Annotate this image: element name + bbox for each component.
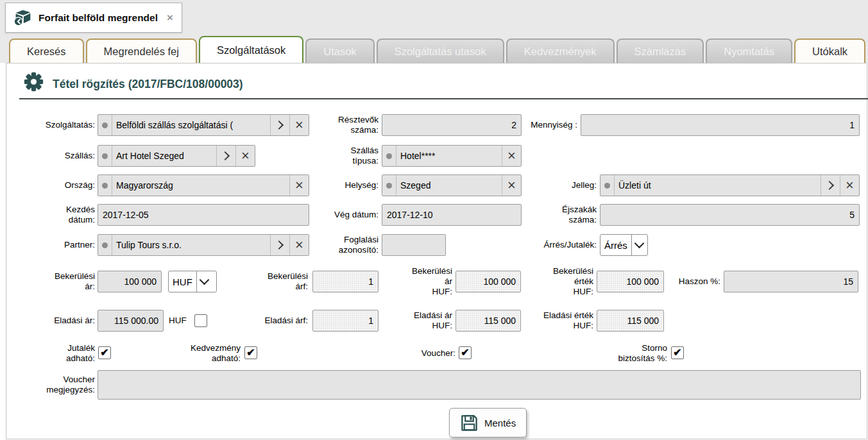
close-icon[interactable]: × xyxy=(167,12,173,23)
window-tab[interactable]: Forfait belföld megrendel × xyxy=(5,3,182,33)
package-icon xyxy=(13,8,33,28)
kedvezmeny-adhato-label: Kedvezmény adható: xyxy=(157,342,241,365)
szolgaltatas-lookup-button[interactable] xyxy=(270,115,289,135)
eladasi-ar-huf-field: 115 000 xyxy=(455,310,521,332)
eladasi-ar-huf-label: Eladási ár HUF: xyxy=(385,310,452,332)
ejszakak-szama-field[interactable]: 5 xyxy=(600,204,860,226)
voucher-megjegyzes-label: Voucher megjegyzés: xyxy=(13,370,95,400)
haszon-field[interactable]: 15 xyxy=(724,271,858,292)
partner-combo[interactable]: Tulip Tours s.r.o. xyxy=(98,234,309,256)
bekerulesi-ertek-huf-label: Bekerülési érték HUF: xyxy=(527,267,593,296)
eladasi-ertek-huf-label: Eladási érték HUF: xyxy=(523,310,593,332)
tab-utokalk[interactable]: Utókalk xyxy=(794,38,865,63)
tab-megrendeles-fej[interactable]: Megrendelés fej xyxy=(86,38,197,63)
foglalasi-azonosito-label: Foglalási azonosító: xyxy=(307,234,379,256)
szolgaltatas-value: Belföldi szállás szolgáltatási ( xyxy=(112,115,270,135)
szallas-tipusa-combo: Hotel**** xyxy=(382,145,522,167)
bekerulesi-currency-value: HUF xyxy=(169,271,196,292)
jelleg-combo[interactable]: Üzleti út xyxy=(600,174,860,196)
mennyiseg-label: Mennyiség : xyxy=(520,114,577,136)
tab-szamlazas: Számlázás xyxy=(617,38,704,63)
szallas-tipusa-label: Szállás típusa: xyxy=(307,145,379,167)
bekerulesi-ar-label: Bekerülési ár: xyxy=(13,271,95,292)
save-button[interactable]: Mentés xyxy=(449,408,527,437)
jutalek-adhato-label: Jutalék adható: xyxy=(13,342,95,365)
tab-szolgaltatas-utasok: Szolgáltatás utasok xyxy=(377,38,504,63)
szolgaltatas-combo[interactable]: Belföldi szállás szolgáltatási ( xyxy=(98,114,309,136)
orszag-clear-button[interactable] xyxy=(289,175,309,196)
partner-label: Partner: xyxy=(13,234,95,256)
haszon-label: Haszon %: xyxy=(664,271,720,292)
orszag-combo: Magyarország xyxy=(98,174,309,196)
tab-nyomtatas: Nyomtatás xyxy=(706,38,792,63)
arres-jutalek-value: Árrés xyxy=(600,235,631,255)
orszag-label: Ország: xyxy=(13,174,95,196)
arres-jutalek-select[interactable]: Árrés xyxy=(600,234,648,256)
veg-datum-field[interactable]: 2017-12-10 xyxy=(382,204,522,226)
jutalek-adhato-checkbox[interactable] xyxy=(98,346,111,359)
jelleg-lookup-button[interactable] xyxy=(821,175,840,196)
tab-bar: Keresés Megrendelés fej Szolgáltatások U… xyxy=(9,36,868,63)
voucher-checkbox[interactable] xyxy=(459,346,472,359)
bekerulesi-ertek-huf-field: 100 000 xyxy=(597,271,664,292)
eladasi-ar-field[interactable]: 115 000.00 xyxy=(98,310,164,332)
kedvezmeny-adhato-checkbox[interactable] xyxy=(244,346,257,359)
arres-jutalek-label: Árrés/Jutalék: xyxy=(510,234,597,256)
mennyiseg-field[interactable]: 1 xyxy=(581,114,860,136)
eladasi-ertek-huf-field: 115 000 xyxy=(597,310,664,332)
chevron-down-icon xyxy=(631,235,647,255)
storno-biztositas-label: Storno biztosítás %: xyxy=(593,342,667,365)
page-title: Tétel rögzítés (2017/FBC/108/00003) xyxy=(53,78,243,91)
bullet-icon xyxy=(98,235,112,255)
bullet-icon xyxy=(98,175,112,196)
partner-clear-button[interactable] xyxy=(289,235,309,255)
bekerulesi-ar-huf-label: Bekerülési ár HUF: xyxy=(390,267,452,296)
szallas-tipusa-clear-button[interactable] xyxy=(502,146,521,166)
helyseg-clear-button[interactable] xyxy=(502,175,521,196)
gear-icon xyxy=(23,71,44,95)
bullet-icon xyxy=(382,146,396,166)
eladasi-ar-label: Eladási ár: xyxy=(13,310,95,332)
szallas-label: Szállás: xyxy=(13,145,95,167)
resztevok-label: Résztevők száma: xyxy=(307,114,379,136)
orszag-value: Magyarország xyxy=(112,175,289,196)
jelleg-value: Üzleti út xyxy=(615,175,821,196)
szallas-lookup-button[interactable] xyxy=(216,146,235,166)
resztevok-field[interactable]: 2 xyxy=(382,114,522,136)
kezdes-datum-label: Kezdés dátum: xyxy=(13,204,95,226)
szallas-combo[interactable]: Art Hotel Szeged xyxy=(98,145,255,167)
jelleg-clear-button[interactable] xyxy=(840,175,859,196)
floppy-disk-icon xyxy=(460,414,479,432)
partner-lookup-button[interactable] xyxy=(270,235,289,255)
bullet-icon xyxy=(98,115,112,135)
bekerulesi-currency-select[interactable]: HUF xyxy=(168,271,217,292)
voucher-label: Voucher: xyxy=(384,342,455,365)
foglalasi-azonosito-field[interactable] xyxy=(382,234,446,256)
bekerulesi-ar-huf-field: 100 000 xyxy=(455,271,521,292)
storno-biztositas-checkbox[interactable] xyxy=(671,346,684,359)
window-tab-title: Forfait belföld megrendel xyxy=(38,12,158,24)
tab-utasok: Utasok xyxy=(305,38,374,63)
chevron-down-icon xyxy=(196,271,212,292)
kezdes-datum-field[interactable]: 2017-12-05 xyxy=(98,204,309,226)
szolgaltatas-clear-button[interactable] xyxy=(289,115,309,135)
bekerulesi-arf-field: 1 xyxy=(312,271,379,292)
save-button-label: Mentés xyxy=(484,418,516,428)
tab-szolgaltatasok[interactable]: Szolgáltatások xyxy=(199,36,303,63)
bullet-icon xyxy=(382,175,396,196)
szallas-value: Art Hotel Szeged xyxy=(112,146,216,166)
tab-kereses[interactable]: Keresés xyxy=(9,38,84,63)
bullet-icon xyxy=(98,146,112,166)
bekerulesi-ar-field[interactable]: 100 000 xyxy=(98,271,162,292)
eladasi-currency-checkbox[interactable] xyxy=(194,314,207,327)
szallas-tipusa-value: Hotel**** xyxy=(396,146,502,166)
veg-datum-label: Vég dátum: xyxy=(307,204,379,226)
voucher-megjegyzes-field[interactable] xyxy=(98,370,861,400)
tab-kedvezmenyek: Kedvezmények xyxy=(506,38,615,63)
jelleg-label: Jelleg: xyxy=(532,174,597,196)
eladasi-currency-label: HUF xyxy=(169,310,191,332)
szallas-clear-button[interactable] xyxy=(235,146,255,166)
bullet-icon xyxy=(600,175,615,196)
helyseg-value: Szeged xyxy=(396,175,502,196)
partner-value: Tulip Tours s.r.o. xyxy=(112,235,270,255)
